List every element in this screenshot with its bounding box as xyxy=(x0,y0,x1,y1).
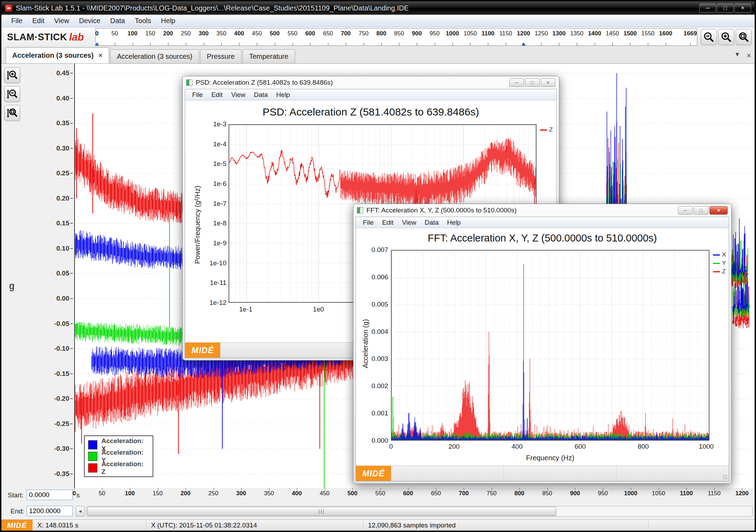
fft-title-bar[interactable]: FFT: Acceleration X, Y, Z (500.0000s to … xyxy=(354,204,731,217)
legend-swatch xyxy=(713,254,720,255)
resize-grip[interactable] xyxy=(722,475,727,479)
fft-menu-bar: FileEditViewDataHelp xyxy=(356,217,729,228)
zoom-in-x-button[interactable] xyxy=(718,29,734,45)
psd-minimize-button[interactable]: ─ xyxy=(509,78,524,87)
ruler-position-marker[interactable] xyxy=(95,42,99,46)
ruler-label: 1150 xyxy=(708,490,721,497)
fft-footer: MIDÉ xyxy=(356,465,729,481)
psd-maximize-button[interactable]: □ xyxy=(525,78,540,87)
menu-item-data[interactable]: Data xyxy=(420,218,443,227)
zoom-fit-x-button[interactable] xyxy=(736,29,752,45)
ruler-label: 800 xyxy=(514,490,524,497)
psd-title-bar[interactable]: PSD: Acceleration Z (581.4082s to 639.84… xyxy=(183,76,559,89)
menu-item-edit[interactable]: Edit xyxy=(27,16,49,26)
menu-item-data[interactable]: Data xyxy=(105,16,130,26)
ruler-label: 350 xyxy=(264,490,274,497)
ruler-label: 650 xyxy=(431,490,441,497)
close-button[interactable]: × xyxy=(734,4,751,13)
psd-x-tick: 1e-1 xyxy=(239,306,252,313)
y-tick-label: 0.15 xyxy=(56,219,69,227)
fft-y-tick: 0.005 xyxy=(364,301,388,308)
ruler-label: 1000 xyxy=(624,490,637,497)
menu-item-edit[interactable]: Edit xyxy=(207,90,227,99)
bottom-time-axis: 0501001502002503003504004505005506006507… xyxy=(74,488,754,503)
tab-close-icon[interactable]: × xyxy=(98,51,103,59)
legend-label: Z xyxy=(549,126,553,133)
psd-y-axis-label: Power/Frequency (g²/Hz) xyxy=(194,142,202,307)
tab-close-icon[interactable]: × xyxy=(747,51,751,60)
fft-close-button[interactable]: × xyxy=(709,206,728,215)
brand-text-lab: lab xyxy=(69,31,84,43)
fft-maximize-button[interactable]: □ xyxy=(694,206,708,215)
menu-item-view[interactable]: View xyxy=(49,16,74,26)
ruler-label: 450 xyxy=(320,490,329,497)
status-x-utc: X (UTC): 2015-11-05 01:38:22.0314 xyxy=(146,520,363,531)
psd-y-tick: 1e-12 xyxy=(201,299,226,307)
ruler-label: 50 xyxy=(111,30,118,37)
tab-2[interactable]: Pressure xyxy=(200,49,241,63)
brand-text: SLAM·STICK xyxy=(7,32,67,43)
tab-label: Pressure xyxy=(207,52,235,61)
menu-item-edit[interactable]: Edit xyxy=(378,218,398,227)
tab-list-dropdown-icon[interactable]: ▼ xyxy=(734,51,740,60)
y-tick-label: 0.35 xyxy=(56,119,69,127)
fft-y-tick: 0.007 xyxy=(364,246,388,254)
y-tick-label: 0.10 xyxy=(56,245,69,252)
menu-item-file[interactable]: File xyxy=(188,90,207,99)
ruler-label: 700 xyxy=(459,490,469,497)
tab-3[interactable]: Temperature xyxy=(243,49,295,63)
y-tick-label: 0.00 xyxy=(56,295,69,302)
mide-logo: MIDÉ xyxy=(185,343,220,358)
ruler-label: 200 xyxy=(181,490,190,497)
zoom-out-x-button[interactable] xyxy=(701,29,717,45)
start-time-input[interactable] xyxy=(27,490,73,500)
scroll-left-button[interactable]: ◄ xyxy=(76,506,85,517)
ruler-label: 250 xyxy=(181,30,191,37)
menu-item-view[interactable]: View xyxy=(227,90,250,99)
legend-label: Acceleration: Z xyxy=(102,460,149,476)
main-menu-bar: FileEditViewDeviceDataToolsHelp xyxy=(1,15,755,27)
ruler-label: 400 xyxy=(292,490,302,497)
tab-0[interactable]: Acceleration (3 sources)× xyxy=(6,47,109,63)
fft-minimize-button[interactable]: ─ xyxy=(678,206,693,215)
menu-item-file[interactable]: File xyxy=(6,16,27,26)
minimize-button[interactable]: ─ xyxy=(699,4,716,13)
ruler-label: 100 xyxy=(125,490,135,497)
menu-item-help[interactable]: Help xyxy=(272,90,294,99)
menu-item-help[interactable]: Help xyxy=(443,218,465,227)
ruler-label: 50 xyxy=(99,490,105,497)
maximize-button[interactable]: □ xyxy=(717,4,734,13)
fft-y-tick: 0.001 xyxy=(364,410,388,417)
ruler-label: 900 xyxy=(570,490,580,497)
legend-swatch xyxy=(88,463,97,472)
fft-x-tick: 1000 xyxy=(699,443,714,450)
menu-item-device[interactable]: Device xyxy=(74,16,105,26)
time-ruler[interactable]: 0501001502002503003504004505005506006507… xyxy=(95,28,697,46)
window-title: Slam-Stick Lab 1.5.1 - \\MIDE2007\Produc… xyxy=(16,4,699,12)
menu-item-data[interactable]: Data xyxy=(250,90,272,99)
status-x-cursor: X: 148.0315 s xyxy=(33,520,146,531)
fft-plot-area[interactable] xyxy=(391,250,709,441)
tab-label: Acceleration (3 sources) xyxy=(12,51,93,59)
ruler-label: 1150 xyxy=(499,30,512,37)
fft-chart-title: FFT: Acceleration X, Y, Z (500.0000s to … xyxy=(356,232,729,244)
menu-item-file[interactable]: File xyxy=(359,218,378,227)
psd-y-tick: 1e-8 xyxy=(201,219,226,227)
ruler-label: 1100 xyxy=(482,30,495,37)
scrollbar-thumb[interactable] xyxy=(87,507,556,516)
legend-swatch xyxy=(713,271,720,272)
tab-1[interactable]: Acceleration (3 sources) xyxy=(110,49,199,63)
range-row-start: Start: s 0501001502002503003504004505005… xyxy=(1,488,755,503)
psd-y-tick: 1e-11 xyxy=(201,279,226,287)
menu-item-help[interactable]: Help xyxy=(156,16,180,26)
ruler-position-marker[interactable] xyxy=(522,42,526,46)
end-time-input[interactable] xyxy=(27,506,73,516)
horizontal-scrollbar[interactable] xyxy=(86,506,752,517)
ruler-label: 850 xyxy=(542,490,552,497)
menu-item-view[interactable]: View xyxy=(398,218,420,227)
ruler-label: 600 xyxy=(305,30,315,37)
legend-label: Y xyxy=(722,260,726,267)
psd-close-button[interactable]: × xyxy=(541,78,555,87)
menu-item-tools[interactable]: Tools xyxy=(130,16,156,26)
ruler-label: 1600 xyxy=(659,30,672,37)
